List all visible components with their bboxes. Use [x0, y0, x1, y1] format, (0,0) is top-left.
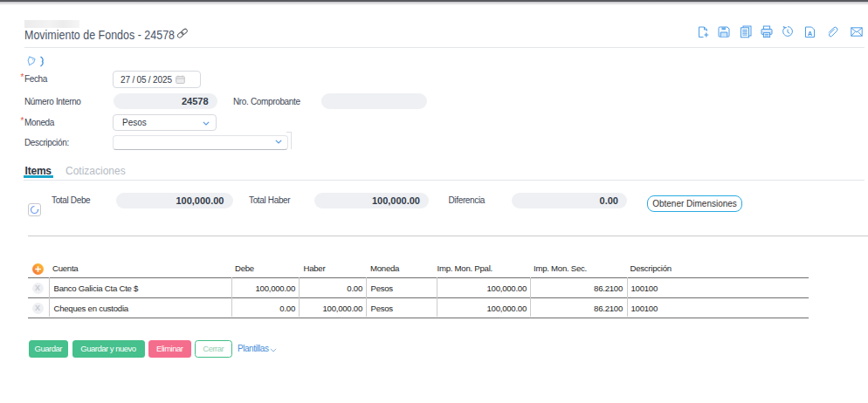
svg-text:A: A	[808, 30, 813, 38]
